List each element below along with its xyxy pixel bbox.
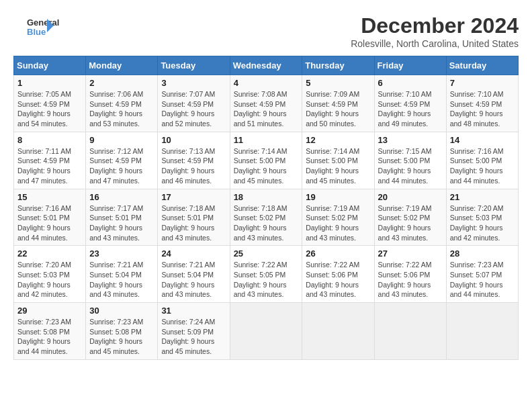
day-number: 25: [234, 248, 299, 259]
logo-icon: General Blue: [13, 13, 67, 40]
day-number: 4: [234, 78, 299, 88]
day-number: 28: [450, 248, 515, 259]
calendar-day-cell: 19 Sunrise: 7:19 AMSunset: 5:02 PMDaylig…: [302, 189, 374, 246]
day-detail: Sunrise: 7:10 AMSunset: 4:59 PMDaylight:…: [378, 90, 432, 128]
day-number: 8: [17, 135, 82, 145]
day-number: 12: [306, 135, 370, 145]
calendar-day-cell: 13 Sunrise: 7:15 AMSunset: 5:00 PMDaylig…: [374, 132, 446, 189]
day-number: 31: [161, 306, 226, 316]
calendar-day-cell: 26 Sunrise: 7:22 AMSunset: 5:06 PMDaylig…: [302, 246, 374, 303]
day-detail: Sunrise: 7:22 AMSunset: 5:06 PMDaylight:…: [306, 261, 359, 298]
calendar-week-row: 15 Sunrise: 7:16 AMSunset: 5:01 PMDaylig…: [14, 189, 519, 246]
day-detail: Sunrise: 7:16 AMSunset: 5:01 PMDaylight:…: [17, 204, 71, 242]
calendar-day-cell: 21 Sunrise: 7:20 AMSunset: 5:03 PMDaylig…: [446, 189, 518, 246]
title-area: December 2024 Rolesville, North Carolina…: [351, 13, 519, 49]
calendar-day-cell: 11 Sunrise: 7:14 AMSunset: 5:00 PMDaylig…: [230, 132, 302, 189]
day-detail: Sunrise: 7:13 AMSunset: 4:59 PMDaylight:…: [161, 147, 215, 185]
weekday-header-row: SundayMondayTuesdayWednesdayThursdayFrid…: [14, 56, 519, 75]
month-title: December 2024: [351, 13, 519, 38]
calendar-day-cell: [230, 303, 302, 360]
day-detail: Sunrise: 7:12 AMSunset: 4:59 PMDaylight:…: [89, 147, 143, 185]
calendar-day-cell: 1 Sunrise: 7:05 AMSunset: 4:59 PMDayligh…: [14, 75, 86, 132]
header: General Blue December 2024 Rolesville, N…: [13, 13, 519, 49]
weekday-header-saturday: Saturday: [446, 56, 518, 75]
weekday-header-monday: Monday: [86, 56, 158, 75]
day-number: 15: [17, 192, 82, 202]
day-number: 21: [450, 192, 515, 202]
logo: General Blue: [13, 13, 67, 40]
day-number: 26: [306, 248, 370, 259]
day-number: 22: [17, 248, 82, 259]
calendar-day-cell: [446, 303, 518, 360]
calendar-day-cell: 4 Sunrise: 7:08 AMSunset: 4:59 PMDayligh…: [230, 75, 302, 132]
day-detail: Sunrise: 7:06 AMSunset: 4:59 PMDaylight:…: [89, 90, 143, 128]
calendar-week-row: 22 Sunrise: 7:20 AMSunset: 5:03 PMDaylig…: [14, 246, 519, 303]
day-number: 5: [306, 78, 370, 88]
day-number: 16: [89, 192, 154, 202]
day-detail: Sunrise: 7:17 AMSunset: 5:01 PMDaylight:…: [89, 204, 143, 242]
day-detail: Sunrise: 7:19 AMSunset: 5:02 PMDaylight:…: [306, 204, 359, 242]
calendar-day-cell: 25 Sunrise: 7:22 AMSunset: 5:05 PMDaylig…: [230, 246, 302, 303]
day-number: 1: [17, 78, 82, 88]
day-detail: Sunrise: 7:14 AMSunset: 5:00 PMDaylight:…: [234, 147, 287, 185]
day-number: 7: [450, 78, 515, 88]
calendar-day-cell: 9 Sunrise: 7:12 AMSunset: 4:59 PMDayligh…: [86, 132, 158, 189]
calendar-day-cell: 28 Sunrise: 7:23 AMSunset: 5:07 PMDaylig…: [446, 246, 518, 303]
day-number: 3: [161, 78, 226, 88]
calendar-day-cell: 6 Sunrise: 7:10 AMSunset: 4:59 PMDayligh…: [374, 75, 446, 132]
calendar-day-cell: 16 Sunrise: 7:17 AMSunset: 5:01 PMDaylig…: [86, 189, 158, 246]
day-detail: Sunrise: 7:23 AMSunset: 5:07 PMDaylight:…: [450, 261, 504, 298]
weekday-header-thursday: Thursday: [302, 56, 374, 75]
day-detail: Sunrise: 7:19 AMSunset: 5:02 PMDaylight:…: [378, 204, 432, 242]
day-detail: Sunrise: 7:23 AMSunset: 5:08 PMDaylight:…: [17, 318, 71, 355]
day-number: 10: [161, 135, 226, 145]
calendar-day-cell: 18 Sunrise: 7:18 AMSunset: 5:02 PMDaylig…: [230, 189, 302, 246]
calendar-day-cell: 14 Sunrise: 7:16 AMSunset: 5:00 PMDaylig…: [446, 132, 518, 189]
day-number: 20: [378, 192, 443, 202]
day-number: 6: [378, 78, 443, 88]
calendar-day-cell: [374, 303, 446, 360]
day-detail: Sunrise: 7:11 AMSunset: 4:59 PMDaylight:…: [17, 147, 71, 185]
calendar-day-cell: 22 Sunrise: 7:20 AMSunset: 5:03 PMDaylig…: [14, 246, 86, 303]
day-detail: Sunrise: 7:14 AMSunset: 5:00 PMDaylight:…: [306, 147, 359, 185]
svg-text:General: General: [27, 17, 59, 28]
calendar-day-cell: 31 Sunrise: 7:24 AMSunset: 5:09 PMDaylig…: [158, 303, 230, 360]
day-detail: Sunrise: 7:10 AMSunset: 4:59 PMDaylight:…: [450, 90, 504, 128]
day-number: 13: [378, 135, 443, 145]
calendar-table: SundayMondayTuesdayWednesdayThursdayFrid…: [13, 56, 519, 360]
location-title: Rolesville, North Carolina, United State…: [351, 38, 519, 49]
day-number: 30: [89, 306, 154, 316]
day-detail: Sunrise: 7:18 AMSunset: 5:02 PMDaylight:…: [234, 204, 287, 242]
day-detail: Sunrise: 7:20 AMSunset: 5:03 PMDaylight:…: [17, 261, 71, 298]
day-detail: Sunrise: 7:16 AMSunset: 5:00 PMDaylight:…: [450, 147, 504, 185]
day-detail: Sunrise: 7:23 AMSunset: 5:08 PMDaylight:…: [89, 318, 143, 355]
weekday-header-tuesday: Tuesday: [158, 56, 230, 75]
calendar-day-cell: 29 Sunrise: 7:23 AMSunset: 5:08 PMDaylig…: [14, 303, 86, 360]
day-number: 11: [234, 135, 299, 145]
calendar-day-cell: 15 Sunrise: 7:16 AMSunset: 5:01 PMDaylig…: [14, 189, 86, 246]
day-number: 23: [89, 248, 154, 259]
weekday-header-wednesday: Wednesday: [230, 56, 302, 75]
day-number: 24: [161, 248, 226, 259]
calendar-day-cell: 27 Sunrise: 7:22 AMSunset: 5:06 PMDaylig…: [374, 246, 446, 303]
day-detail: Sunrise: 7:20 AMSunset: 5:03 PMDaylight:…: [450, 204, 504, 242]
day-detail: Sunrise: 7:05 AMSunset: 4:59 PMDaylight:…: [17, 90, 71, 128]
day-detail: Sunrise: 7:24 AMSunset: 5:09 PMDaylight:…: [161, 318, 215, 355]
calendar-day-cell: 20 Sunrise: 7:19 AMSunset: 5:02 PMDaylig…: [374, 189, 446, 246]
calendar-day-cell: 12 Sunrise: 7:14 AMSunset: 5:00 PMDaylig…: [302, 132, 374, 189]
day-number: 17: [161, 192, 226, 202]
weekday-header-friday: Friday: [374, 56, 446, 75]
calendar-day-cell: 2 Sunrise: 7:06 AMSunset: 4:59 PMDayligh…: [86, 75, 158, 132]
day-detail: Sunrise: 7:09 AMSunset: 4:59 PMDaylight:…: [306, 90, 359, 128]
day-detail: Sunrise: 7:15 AMSunset: 5:00 PMDaylight:…: [378, 147, 432, 185]
day-number: 9: [89, 135, 154, 145]
weekday-header-sunday: Sunday: [14, 56, 86, 75]
day-detail: Sunrise: 7:08 AMSunset: 4:59 PMDaylight:…: [234, 90, 287, 128]
calendar-day-cell: [302, 303, 374, 360]
calendar-day-cell: 24 Sunrise: 7:21 AMSunset: 5:04 PMDaylig…: [158, 246, 230, 303]
day-detail: Sunrise: 7:22 AMSunset: 5:05 PMDaylight:…: [234, 261, 287, 298]
calendar-week-row: 29 Sunrise: 7:23 AMSunset: 5:08 PMDaylig…: [14, 303, 519, 360]
day-number: 19: [306, 192, 370, 202]
calendar-week-row: 1 Sunrise: 7:05 AMSunset: 4:59 PMDayligh…: [14, 75, 519, 132]
day-detail: Sunrise: 7:07 AMSunset: 4:59 PMDaylight:…: [161, 90, 215, 128]
